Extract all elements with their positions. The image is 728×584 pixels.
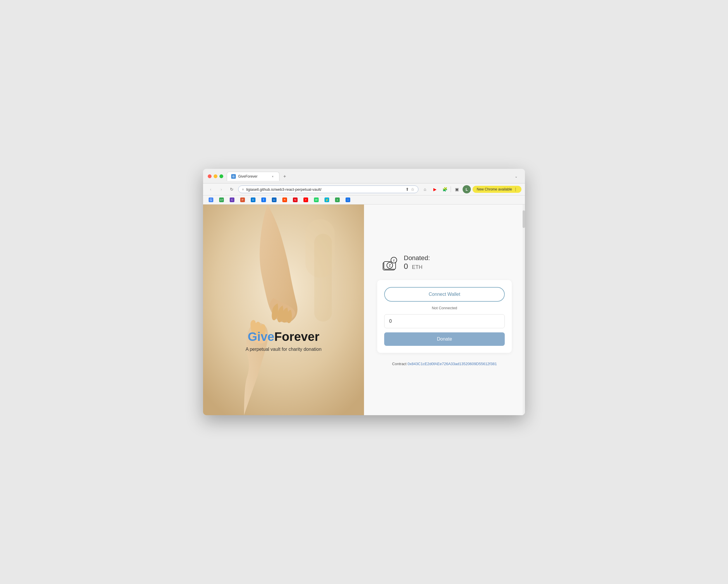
bookmark-gtranslate[interactable]: GT bbox=[217, 196, 226, 203]
donated-text: Donated: 0 ETH bbox=[404, 254, 430, 271]
bookmark-netflix[interactable]: N bbox=[291, 196, 300, 203]
maximize-window-button[interactable] bbox=[219, 175, 223, 178]
contract-address-link[interactable]: 0x843C1cE2d0fAEe726A33ad13520609D55612f3… bbox=[408, 362, 497, 366]
gtranslate-icon: GT bbox=[219, 197, 224, 202]
star-icon[interactable]: ☆ bbox=[411, 187, 415, 192]
address-bar[interactable]: ≡ ⬆ ☆ bbox=[238, 186, 418, 193]
scrollbar[interactable] bbox=[523, 205, 525, 415]
svg-text:Z: Z bbox=[393, 259, 395, 262]
sidebar-button[interactable]: ▣ bbox=[453, 185, 461, 193]
new-tab-button[interactable]: + bbox=[281, 172, 289, 181]
action-card: Connect Wallet Not Connected Donate bbox=[377, 280, 512, 353]
bookmark-outlook[interactable]: O bbox=[249, 196, 258, 203]
donated-section: Z Z Donated: 0 ETH bbox=[382, 254, 430, 271]
scrollbar-thumb[interactable] bbox=[523, 210, 525, 228]
bookmark-add[interactable]: + bbox=[333, 196, 342, 203]
minimize-window-button[interactable] bbox=[214, 175, 217, 178]
reload-icon: ↻ bbox=[230, 187, 234, 192]
close-window-button[interactable] bbox=[208, 175, 212, 178]
forward-button[interactable]: › bbox=[217, 185, 225, 193]
translate-button[interactable]: ⌂ bbox=[421, 185, 429, 193]
title-give: Give bbox=[248, 330, 274, 344]
bookmark-copilot[interactable]: C bbox=[228, 196, 236, 203]
extensions-button[interactable]: 🧩 bbox=[441, 185, 449, 193]
back-icon: ‹ bbox=[210, 187, 212, 192]
reload-button[interactable]: ↻ bbox=[228, 185, 236, 193]
hero-panel: GiveForever A perpetual vault for charit… bbox=[203, 205, 364, 415]
bookmark-google[interactable]: G bbox=[207, 196, 215, 203]
producthunt-icon: P bbox=[240, 197, 245, 202]
new-chrome-label: New Chrome available bbox=[477, 187, 512, 191]
tab-close-button[interactable]: × bbox=[270, 174, 275, 179]
svg-rect-2 bbox=[314, 234, 332, 322]
contract-section: Contract 0x843C1cE2d0fAEe726A33ad1352060… bbox=[392, 362, 497, 366]
right-panel: Z Z Donated: 0 ETH Connect Wallet Not Co… bbox=[364, 205, 525, 415]
donated-amount: 0 ETH bbox=[404, 262, 430, 271]
netflix-icon: N bbox=[293, 197, 297, 202]
window-controls bbox=[208, 175, 223, 178]
bookmark-linkedin[interactable]: in bbox=[270, 196, 279, 203]
new-chrome-button[interactable]: New Chrome available ⋮ bbox=[472, 186, 521, 193]
puzzle-icon: 🧩 bbox=[442, 187, 447, 192]
profile-button[interactable]: L bbox=[463, 185, 471, 193]
eth-label: ETH bbox=[412, 264, 422, 270]
lock-icon: ≡ bbox=[242, 188, 244, 191]
tab-bar: G GiveForever × + bbox=[227, 172, 509, 181]
bolt-icon: ⚡ bbox=[324, 197, 329, 202]
amount-input[interactable] bbox=[384, 314, 505, 328]
app-title: GiveForever bbox=[203, 330, 364, 344]
whatsapp-icon: W bbox=[314, 197, 319, 202]
back-button[interactable]: ‹ bbox=[207, 185, 215, 193]
youtube-icon: ▶ bbox=[433, 187, 437, 192]
profile-label: L bbox=[466, 187, 468, 192]
share-icon[interactable]: ⬆ bbox=[406, 187, 409, 192]
bookmark-facebook[interactable]: f bbox=[259, 196, 268, 203]
address-bar-icons: ⬆ ☆ bbox=[406, 187, 415, 192]
donated-label: Donated: bbox=[404, 254, 430, 262]
outlook-icon: O bbox=[251, 197, 256, 202]
bookmark-ph[interactable]: P bbox=[238, 196, 247, 203]
reddit-icon: R bbox=[282, 197, 287, 202]
hands-illustration bbox=[203, 205, 364, 415]
svg-text:Z: Z bbox=[389, 264, 391, 267]
bookmark-whatsapp[interactable]: W bbox=[312, 196, 321, 203]
donate-button[interactable]: Donate bbox=[384, 333, 505, 346]
tab-favicon: G bbox=[231, 174, 236, 179]
bookmark-tab[interactable]: □ bbox=[343, 196, 352, 203]
bookmark-reddit[interactable]: R bbox=[280, 196, 289, 203]
title-bar: G GiveForever × + ⌄ bbox=[203, 169, 525, 183]
youtube-bk-icon: Y bbox=[304, 197, 308, 202]
nav-right: ⌂ ▶ 🧩 ▣ L New Chrome available ⋮ bbox=[421, 185, 521, 193]
linkedin-icon: in bbox=[272, 197, 277, 202]
tab-icon: □ bbox=[345, 197, 350, 202]
facebook-icon: f bbox=[261, 197, 266, 202]
page-content: GiveForever A perpetual vault for charit… bbox=[203, 205, 525, 415]
expand-button[interactable]: ⌄ bbox=[512, 172, 520, 181]
forward-icon: › bbox=[220, 187, 222, 192]
youtube-button[interactable]: ▶ bbox=[431, 185, 439, 193]
tab-title: GiveForever bbox=[238, 175, 268, 179]
url-input[interactable] bbox=[246, 187, 403, 192]
connect-wallet-button[interactable]: Connect Wallet bbox=[384, 287, 505, 302]
bookmark-bolt[interactable]: ⚡ bbox=[322, 196, 331, 203]
coin-icon: Z Z bbox=[382, 254, 399, 271]
google-icon: G bbox=[209, 197, 213, 202]
nav-bar: ‹ › ↻ ≡ ⬆ ☆ ⌂ ▶ 🧩 bbox=[203, 183, 525, 195]
bookmark-youtube[interactable]: Y bbox=[302, 196, 310, 203]
contract-label: Contract bbox=[392, 362, 407, 366]
browser-window: G GiveForever × + ⌄ ‹ › ↻ ≡ ⬆ ☆ bbox=[203, 169, 525, 415]
bookmarks-bar: G GT C P O f in R N Y W bbox=[203, 195, 525, 205]
app-name-overlay: GiveForever A perpetual vault for charit… bbox=[203, 330, 364, 352]
active-tab[interactable]: G GiveForever × bbox=[227, 172, 280, 181]
not-connected-text: Not Connected bbox=[384, 306, 505, 310]
new-chrome-dots-icon: ⋮ bbox=[514, 187, 517, 191]
translate-icon: ⌂ bbox=[424, 187, 426, 192]
add-bk-icon: + bbox=[335, 197, 340, 202]
copilot-icon: C bbox=[230, 197, 234, 202]
sidebar-icon: ▣ bbox=[455, 187, 459, 192]
app-subtitle: A perpetual vault for charity donation bbox=[203, 347, 364, 352]
title-forever: Forever bbox=[274, 330, 319, 344]
